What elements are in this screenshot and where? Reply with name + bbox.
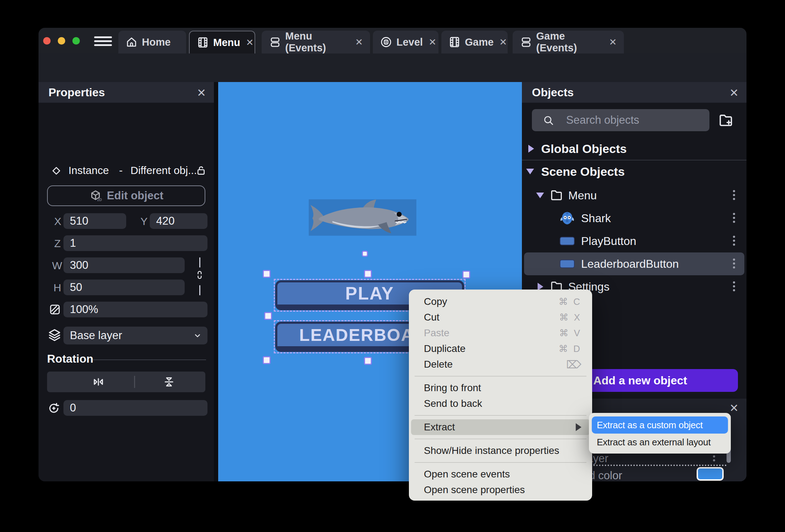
menu-item-send-to-back[interactable]: Send to back <box>409 396 592 411</box>
selection-handle-bottom-center[interactable] <box>364 357 372 365</box>
film-icon <box>197 36 209 48</box>
shark-sprite[interactable] <box>309 199 416 236</box>
kebab-menu-icon[interactable] <box>733 236 736 247</box>
tab-close-icon[interactable]: ✕ <box>499 37 507 48</box>
titlebar: Home Menu ✕ Menu (Events) ✕ Level ✕ Game… <box>39 28 746 53</box>
tree-item-playbutton[interactable]: PlayButton <box>522 230 746 252</box>
rotation-section-title: Rotation <box>47 352 93 365</box>
selection-handle-middle-left[interactable] <box>264 312 272 320</box>
tree-item-menu-folder[interactable]: Menu <box>522 184 746 207</box>
caret-down-icon <box>526 169 534 174</box>
section-scene-objects[interactable]: Scene Objects <box>522 163 746 180</box>
menu-divider <box>415 462 586 463</box>
z-label: Z <box>54 237 61 250</box>
menu-item-duplicate[interactable]: Duplicate ⌘ D <box>409 341 592 357</box>
menu-item-extract[interactable]: Extract <box>411 419 590 435</box>
rotate-icon <box>47 401 61 415</box>
flip-vertical-icon[interactable] <box>162 375 176 388</box>
w-field[interactable] <box>63 257 185 273</box>
h-label: H <box>53 282 61 294</box>
rotation-field[interactable] <box>63 400 207 416</box>
menu-divider <box>415 376 586 377</box>
menu-item-paste[interactable]: Paste ⌘ V <box>409 325 592 341</box>
tab-label: Menu (Events) <box>285 30 349 54</box>
tab-menu-events[interactable]: Menu (Events) ✕ <box>262 31 370 53</box>
opacity-field[interactable] <box>63 302 207 317</box>
edit-object-button[interactable]: 2D Edit object <box>47 185 205 206</box>
traffic-zoom-button[interactable] <box>72 37 80 45</box>
shortcut: ⌘ X <box>559 312 581 323</box>
y-label: Y <box>140 215 148 227</box>
submenu-item-extract-external-layout[interactable]: Extract as an external layout <box>592 434 728 451</box>
section-global-objects[interactable]: Global Objects <box>522 140 746 157</box>
menu-item-copy[interactable]: Copy ⌘ C <box>409 294 592 310</box>
submenu-item-extract-custom-object[interactable]: Extract as a custom object <box>592 416 728 434</box>
layers-icon <box>48 328 61 342</box>
menu-item-cut[interactable]: Cut ⌘ X <box>409 310 592 325</box>
objects-title: Objects <box>532 86 574 99</box>
selection-handle-top-center[interactable] <box>364 270 372 278</box>
search-input[interactable] <box>566 109 705 131</box>
chevron-down-icon <box>193 331 202 341</box>
caret-down-icon[interactable] <box>536 193 544 198</box>
tab-close-icon[interactable]: ✕ <box>609 37 617 48</box>
delete-key-icon: ⌦ <box>566 358 581 371</box>
menu-item-show-hide-instance-properties[interactable]: Show/Hide instance properties <box>409 443 592 459</box>
tab-menu[interactable]: Menu ✕ <box>189 31 255 53</box>
traffic-minimize-button[interactable] <box>58 37 65 45</box>
traffic-close-button[interactable] <box>43 37 51 45</box>
menu-item-delete[interactable]: Delete ⌦ <box>409 357 592 372</box>
instance-object-name: Different obj... <box>130 164 197 177</box>
layer-select[interactable]: Base layer <box>63 327 207 344</box>
hamburger-menu-icon[interactable] <box>94 36 112 46</box>
kebab-menu-icon[interactable] <box>733 213 736 225</box>
x-field[interactable] <box>63 213 126 229</box>
tab-close-icon[interactable]: ✕ <box>355 37 363 48</box>
close-icon[interactable]: ✕ <box>729 401 739 415</box>
selection-handle-top-right[interactable] <box>462 271 470 278</box>
unlock-icon[interactable] <box>195 165 207 176</box>
caret-right-icon <box>528 145 534 153</box>
tree-item-label: LeaderboardButton <box>581 257 679 271</box>
toolbar: Preview Share <box>39 53 746 82</box>
folder-icon <box>550 189 563 202</box>
menu-divider <box>415 415 586 416</box>
edit-object-label: Edit object <box>107 189 163 202</box>
selection-handle-bottom-left[interactable] <box>263 356 271 364</box>
rotation-section-line <box>93 359 206 360</box>
flip-horizontal-icon[interactable] <box>91 375 106 388</box>
add-folder-icon[interactable] <box>718 113 734 128</box>
tab-close-icon[interactable]: ✕ <box>246 37 254 48</box>
close-icon[interactable]: ✕ <box>197 86 206 99</box>
tree-item-leaderboardbutton[interactable]: LeaderboardButton <box>522 252 746 275</box>
origin-point-handle[interactable] <box>362 251 368 257</box>
tree-item-shark[interactable]: Shark <box>522 207 746 230</box>
flip-toolbar <box>47 372 205 392</box>
close-icon[interactable]: ✕ <box>729 86 739 99</box>
search-icon <box>543 114 554 126</box>
y-field[interactable] <box>150 213 207 229</box>
tab-home[interactable]: Home <box>118 31 186 53</box>
objects-header: Objects ✕ <box>522 82 746 103</box>
menu-item-bring-to-front[interactable]: Bring to front <box>409 380 592 396</box>
tab-level[interactable]: Level ✕ <box>373 31 438 53</box>
instance-summary-row: Instance - Different obj... <box>39 163 214 178</box>
properties-panel: Properties ✕ Instance - Different obj...… <box>39 82 214 481</box>
menu-item-open-scene-properties[interactable]: Open scene properties <box>409 482 592 498</box>
kebab-menu-icon[interactable] <box>733 190 736 202</box>
h-field[interactable] <box>63 280 185 295</box>
tab-label: Game <box>465 36 494 48</box>
menu-item-open-scene-events[interactable]: Open scene events <box>409 466 592 482</box>
link-wh-icon[interactable] <box>194 270 205 280</box>
background-color-swatch[interactable] <box>697 467 724 481</box>
kebab-menu-icon[interactable] <box>733 259 736 270</box>
tab-game-events[interactable]: Game (Events) ✕ <box>513 31 624 53</box>
tab-game[interactable]: Game ✕ <box>441 31 508 53</box>
shortcut: ⌘ D <box>559 343 581 354</box>
kebab-menu-icon[interactable] <box>733 281 736 293</box>
selection-handle-top-left[interactable] <box>263 270 271 278</box>
z-field[interactable] <box>63 235 207 251</box>
tab-close-icon[interactable]: ✕ <box>429 37 436 48</box>
properties-title: Properties <box>48 86 105 99</box>
play-button-text: PLAY <box>345 283 394 304</box>
